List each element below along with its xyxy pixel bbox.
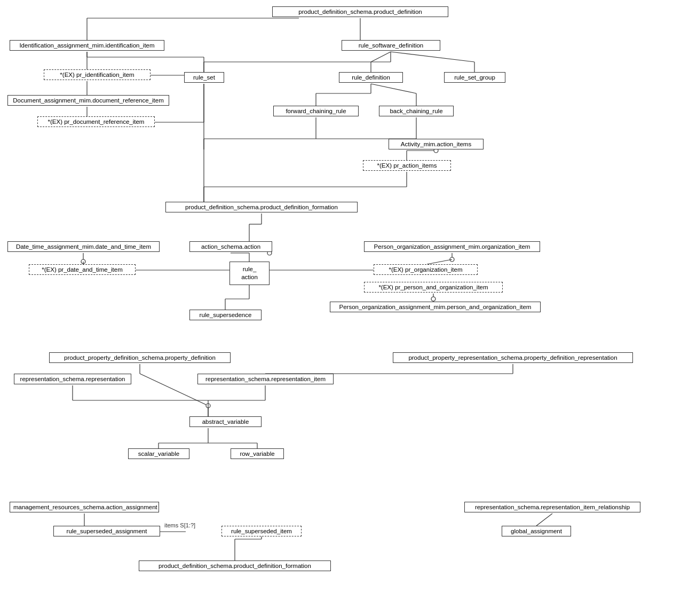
node-pr-action-items: *(EX) pr_action_items — [363, 160, 451, 171]
node-product-definition: product_definition_schema.product_defini… — [272, 6, 448, 17]
node-product-property-rep: product_property_representation_schema.p… — [393, 352, 633, 363]
node-person-org-mim-person: Person_organization_assignment_mim.perso… — [330, 302, 541, 312]
node-abstract-variable: abstract_variable — [189, 416, 262, 427]
node-product-property-def: product_property_definition_schema.prope… — [49, 352, 231, 363]
node-action-schema-action: action_schema.action — [189, 241, 272, 252]
node-product-definition-formation2: product_definition_schema.product_defini… — [139, 560, 331, 571]
node-representation-schema-rep-item-rel: representation_schema.representation_ite… — [464, 502, 640, 512]
node-rule-set-group: rule_set_group — [444, 72, 505, 83]
node-scalar-variable: scalar_variable — [128, 448, 189, 459]
svg-point-42 — [81, 259, 85, 264]
node-rule-action: rule_action — [229, 262, 270, 285]
node-pr-document-reference-item: *(EX) pr_document_reference_item — [37, 116, 155, 127]
node-identification-assignment: Identification_assignment_mim.identifica… — [10, 40, 164, 51]
svg-line-50 — [427, 259, 452, 264]
node-rule-supersedence: rule_supersedence — [189, 310, 262, 320]
node-pr-organization-item: *(EX) pr_organization_item — [374, 264, 478, 275]
node-representation-schema-rep: representation_schema.representation — [14, 374, 131, 384]
node-rule-superseded-item: rule_superseded_item — [221, 526, 302, 536]
node-back-chaining-rule: back_chaining_rule — [379, 106, 454, 116]
svg-line-6 — [371, 52, 391, 62]
node-pr-identification-item: *(EX) pr_identification_item — [44, 69, 151, 80]
node-activity-mim-action-items: Activity_mim.action_items — [389, 139, 484, 149]
label-items-s: items S[1:?] — [164, 522, 195, 528]
node-rule-definition: rule_definition — [339, 72, 403, 83]
node-rule-software-definition: rule_software_definition — [342, 40, 440, 51]
svg-line-78 — [536, 514, 552, 526]
node-document-assignment: Document_assignment_mim.document_referen… — [7, 95, 169, 106]
node-pr-date-and-time-item: *(EX) pr_date_and_time_item — [29, 264, 136, 275]
node-row-variable: row_variable — [231, 448, 284, 459]
node-representation-schema-rep-item: representation_schema.representation_ite… — [197, 374, 334, 384]
node-pr-person-and-organization-item: *(EX) pr_person_and_organization_item — [364, 282, 503, 293]
node-rule-set: rule_set — [184, 72, 224, 83]
node-date-time-assignment: Date_time_assignment_mim.date_and_time_i… — [7, 241, 160, 252]
svg-point-65 — [206, 404, 210, 408]
svg-line-8 — [391, 52, 474, 62]
node-rule-superseded-assignment: rule_superseded_assignment — [53, 526, 160, 536]
node-person-org-assignment: Person_organization_assignment_mim.organ… — [364, 241, 540, 252]
svg-point-52 — [431, 297, 435, 301]
node-forward-chaining-rule: forward_chaining_rule — [273, 106, 359, 116]
node-management-resources: management_resources_schema.action_assig… — [10, 502, 159, 512]
node-global-assignment: global_assignment — [502, 526, 571, 536]
diagram-container: product_definition_schema.product_defini… — [0, 0, 681, 616]
svg-line-23 — [371, 84, 416, 93]
node-product-definition-formation: product_definition_schema.product_defini… — [165, 202, 358, 212]
svg-point-49 — [450, 257, 454, 262]
